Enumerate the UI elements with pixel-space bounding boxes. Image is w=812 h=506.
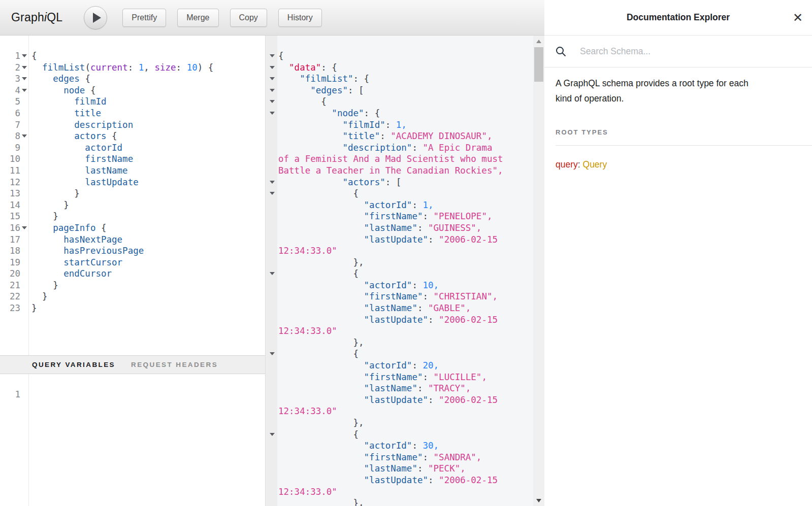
- fold-toggle-icon[interactable]: [270, 66, 275, 69]
- fold-toggle-icon[interactable]: [22, 54, 27, 57]
- line-number: 8: [0, 130, 20, 142]
- query-editor[interactable]: 1{2 filmList(current: 1, size: 10) {3 ed…: [0, 36, 265, 355]
- toolbar-button-group: PrettifyMergeCopyHistory: [107, 9, 321, 27]
- fold-gutter-cell: [20, 50, 28, 62]
- code-line: 23}: [0, 302, 265, 314]
- code-text: of a Feminist And a Mad Scientist who mu…: [278, 153, 503, 165]
- code-line: 21 }: [0, 280, 265, 291]
- fold-toggle-icon[interactable]: [270, 272, 275, 275]
- fold-toggle-icon[interactable]: [270, 77, 275, 80]
- close-icon[interactable]: ✕: [793, 12, 803, 24]
- fold-gutter-cell: [266, 440, 278, 452]
- root-type-item: query: Query: [556, 159, 801, 170]
- root-type-link[interactable]: Query: [583, 159, 607, 170]
- code-line: {: [266, 96, 544, 108]
- scroll-up-button[interactable]: [533, 36, 544, 47]
- code-line: "lastName": "GABLE",: [266, 302, 544, 314]
- code-line: "description": "A Epic Drama: [266, 142, 544, 154]
- graphiql-app: GraphiQL PrettifyMergeCopyHistory 1{2 fi…: [0, 0, 812, 506]
- fold-gutter-cell: [266, 360, 278, 372]
- fold-gutter-cell: [266, 199, 278, 211]
- code-text: pageInfo {: [28, 222, 107, 234]
- fold-toggle-icon[interactable]: [270, 181, 275, 184]
- fold-gutter-cell: [20, 108, 28, 119]
- code-line: "lastUpdate": "2006-02-15: [266, 314, 544, 326]
- line-number: 4: [0, 85, 20, 96]
- response-code: { "data": { "filmList": { "edges": [ { "…: [266, 36, 544, 506]
- fold-toggle-icon[interactable]: [270, 433, 275, 436]
- toolbar-button-merge[interactable]: Merge: [177, 9, 218, 27]
- code-text: }: [28, 291, 48, 302]
- fold-gutter-cell: [266, 406, 278, 417]
- tab-query-variables[interactable]: QUERY VARIABLES: [32, 361, 115, 368]
- scroll-down-button[interactable]: [533, 495, 544, 506]
- code-line: "lastUpdate": "2006-02-15: [266, 475, 544, 486]
- fold-toggle-icon[interactable]: [22, 134, 27, 138]
- line-number: 12: [0, 177, 20, 188]
- line-number: 17: [0, 234, 20, 246]
- code-line: 19 startCursor: [0, 257, 265, 268]
- code-text: startCursor: [28, 257, 122, 268]
- variables-code: 1: [0, 374, 265, 400]
- variables-editor[interactable]: 1: [0, 374, 265, 506]
- fold-toggle-icon[interactable]: [270, 89, 275, 92]
- code-text: "lastName": "TRACY",: [278, 383, 471, 394]
- fold-gutter-cell: [266, 497, 278, 506]
- execute-query-button[interactable]: [84, 6, 107, 29]
- fold-gutter-cell: [266, 85, 278, 96]
- code-text: }: [28, 199, 69, 211]
- fold-gutter-cell: [266, 245, 278, 257]
- code-text: "actorId": 10,: [278, 280, 439, 291]
- fold-toggle-icon[interactable]: [22, 66, 27, 69]
- fold-gutter-cell: [20, 257, 28, 268]
- toolbar-button-copy[interactable]: Copy: [230, 9, 267, 27]
- fold-toggle-icon[interactable]: [22, 226, 27, 229]
- fold-gutter-cell: [266, 96, 278, 108]
- scrollbar-thumb[interactable]: [534, 47, 543, 82]
- line-number: 16: [0, 222, 20, 234]
- search-schema-input[interactable]: [580, 46, 801, 57]
- fold-toggle-icon[interactable]: [22, 77, 27, 80]
- fold-toggle-icon[interactable]: [270, 112, 275, 115]
- fold-gutter-cell: [266, 188, 278, 199]
- fold-gutter-cell: [266, 268, 278, 280]
- code-line: "actorId": 20,: [266, 360, 544, 372]
- fold-gutter-cell: [20, 177, 28, 188]
- code-text: lastName: [28, 165, 128, 177]
- toolbar-button-history[interactable]: History: [278, 9, 322, 27]
- line-number: 18: [0, 245, 20, 257]
- fold-gutter-cell: [20, 199, 28, 211]
- fold-toggle-icon[interactable]: [270, 100, 275, 103]
- code-text: },: [278, 337, 364, 349]
- code-text: actors {: [28, 130, 117, 142]
- fold-toggle-icon[interactable]: [22, 89, 27, 92]
- line-number: 1: [0, 50, 20, 62]
- fold-toggle-icon[interactable]: [270, 352, 275, 355]
- tab-request-headers[interactable]: REQUEST HEADERS: [131, 361, 218, 368]
- fold-gutter-cell: [266, 142, 278, 154]
- code-text: firstName: [28, 153, 133, 165]
- code-text: 12:34:33.0": [278, 406, 337, 417]
- fold-gutter-cell: [266, 153, 278, 165]
- fold-gutter-cell: [20, 211, 28, 222]
- response-scrollbar[interactable]: [533, 36, 544, 506]
- code-line: 12:34:33.0": [266, 245, 544, 257]
- line-number: 13: [0, 188, 20, 199]
- fold-gutter-cell: [20, 302, 28, 314]
- code-text: "actorId": 30,: [278, 440, 439, 452]
- code-line: 1: [0, 389, 265, 400]
- code-line: "actorId": 30,: [266, 440, 544, 452]
- code-text: "lastName": "GUINESS",: [278, 222, 481, 234]
- fold-toggle-icon[interactable]: [270, 54, 275, 57]
- code-line: 6 title: [0, 108, 265, 119]
- code-line: "filmId": 1,: [266, 119, 544, 131]
- toolbar-button-prettify[interactable]: Prettify: [122, 9, 166, 27]
- fold-gutter-cell: [266, 130, 278, 142]
- code-text: "firstName": "CHRISTIAN",: [278, 291, 498, 302]
- variables-title-bar: QUERY VARIABLES REQUEST HEADERS: [0, 355, 265, 374]
- code-text: "lastUpdate": "2006-02-15: [278, 314, 498, 326]
- fold-gutter-cell: [266, 475, 278, 486]
- workspace: 1{2 filmList(current: 1, size: 10) {3 ed…: [0, 36, 544, 506]
- code-line: 13 }: [0, 188, 265, 199]
- fold-toggle-icon[interactable]: [270, 192, 275, 195]
